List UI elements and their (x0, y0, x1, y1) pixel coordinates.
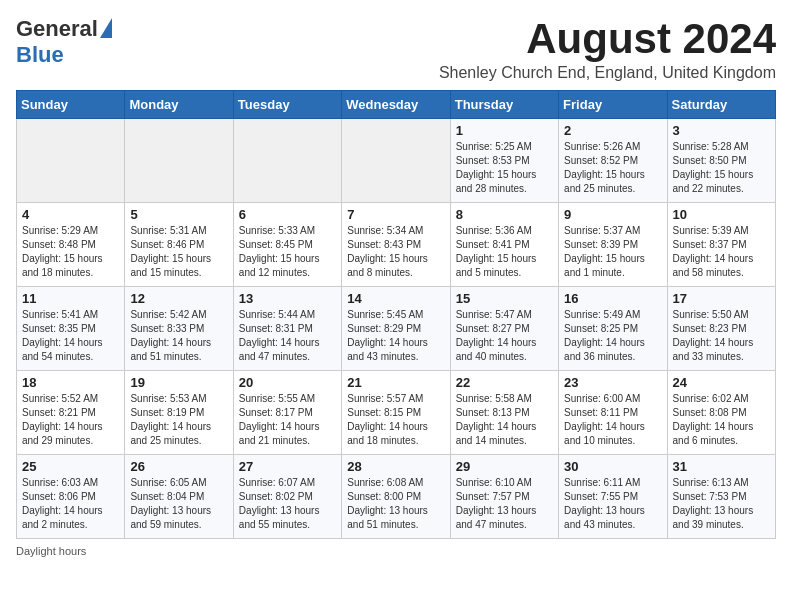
day-number: 17 (673, 291, 770, 306)
calendar-cell: 23Sunrise: 6:00 AM Sunset: 8:11 PM Dayli… (559, 371, 667, 455)
logo-triangle-icon (100, 18, 112, 38)
calendar-cell: 28Sunrise: 6:08 AM Sunset: 8:00 PM Dayli… (342, 455, 450, 539)
day-number: 9 (564, 207, 661, 222)
calendar-cell (233, 119, 341, 203)
calendar-cell: 21Sunrise: 5:57 AM Sunset: 8:15 PM Dayli… (342, 371, 450, 455)
calendar-week-row: 18Sunrise: 5:52 AM Sunset: 8:21 PM Dayli… (17, 371, 776, 455)
day-number: 6 (239, 207, 336, 222)
day-number: 3 (673, 123, 770, 138)
calendar-cell: 11Sunrise: 5:41 AM Sunset: 8:35 PM Dayli… (17, 287, 125, 371)
calendar-cell: 5Sunrise: 5:31 AM Sunset: 8:46 PM Daylig… (125, 203, 233, 287)
day-number: 22 (456, 375, 553, 390)
day-number: 29 (456, 459, 553, 474)
day-number: 7 (347, 207, 444, 222)
calendar-cell: 4Sunrise: 5:29 AM Sunset: 8:48 PM Daylig… (17, 203, 125, 287)
day-info: Sunrise: 6:11 AM Sunset: 7:55 PM Dayligh… (564, 476, 661, 532)
day-info: Sunrise: 6:07 AM Sunset: 8:02 PM Dayligh… (239, 476, 336, 532)
day-number: 28 (347, 459, 444, 474)
logo: General Blue (16, 16, 112, 68)
calendar-table: SundayMondayTuesdayWednesdayThursdayFrid… (16, 90, 776, 539)
calendar-week-row: 11Sunrise: 5:41 AM Sunset: 8:35 PM Dayli… (17, 287, 776, 371)
day-info: Sunrise: 6:03 AM Sunset: 8:06 PM Dayligh… (22, 476, 119, 532)
calendar-cell: 9Sunrise: 5:37 AM Sunset: 8:39 PM Daylig… (559, 203, 667, 287)
header-day: Saturday (667, 91, 775, 119)
calendar-cell: 3Sunrise: 5:28 AM Sunset: 8:50 PM Daylig… (667, 119, 775, 203)
calendar-cell: 30Sunrise: 6:11 AM Sunset: 7:55 PM Dayli… (559, 455, 667, 539)
calendar-cell: 29Sunrise: 6:10 AM Sunset: 7:57 PM Dayli… (450, 455, 558, 539)
title-area: August 2024 Shenley Church End, England,… (439, 16, 776, 82)
day-number: 5 (130, 207, 227, 222)
day-number: 1 (456, 123, 553, 138)
calendar-cell: 6Sunrise: 5:33 AM Sunset: 8:45 PM Daylig… (233, 203, 341, 287)
logo-blue: Blue (16, 42, 64, 68)
day-number: 10 (673, 207, 770, 222)
day-info: Sunrise: 5:26 AM Sunset: 8:52 PM Dayligh… (564, 140, 661, 196)
calendar-cell: 22Sunrise: 5:58 AM Sunset: 8:13 PM Dayli… (450, 371, 558, 455)
day-info: Sunrise: 5:28 AM Sunset: 8:50 PM Dayligh… (673, 140, 770, 196)
calendar-cell: 26Sunrise: 6:05 AM Sunset: 8:04 PM Dayli… (125, 455, 233, 539)
day-info: Sunrise: 5:41 AM Sunset: 8:35 PM Dayligh… (22, 308, 119, 364)
day-info: Sunrise: 5:53 AM Sunset: 8:19 PM Dayligh… (130, 392, 227, 448)
day-info: Sunrise: 6:13 AM Sunset: 7:53 PM Dayligh… (673, 476, 770, 532)
day-info: Sunrise: 5:58 AM Sunset: 8:13 PM Dayligh… (456, 392, 553, 448)
calendar-cell: 15Sunrise: 5:47 AM Sunset: 8:27 PM Dayli… (450, 287, 558, 371)
day-number: 18 (22, 375, 119, 390)
day-info: Sunrise: 5:49 AM Sunset: 8:25 PM Dayligh… (564, 308, 661, 364)
day-number: 4 (22, 207, 119, 222)
day-number: 20 (239, 375, 336, 390)
day-info: Sunrise: 5:31 AM Sunset: 8:46 PM Dayligh… (130, 224, 227, 280)
day-info: Sunrise: 6:10 AM Sunset: 7:57 PM Dayligh… (456, 476, 553, 532)
calendar-week-row: 1Sunrise: 5:25 AM Sunset: 8:53 PM Daylig… (17, 119, 776, 203)
header: General Blue August 2024 Shenley Church … (16, 16, 776, 82)
day-number: 15 (456, 291, 553, 306)
day-info: Sunrise: 5:52 AM Sunset: 8:21 PM Dayligh… (22, 392, 119, 448)
calendar-week-row: 4Sunrise: 5:29 AM Sunset: 8:48 PM Daylig… (17, 203, 776, 287)
day-info: Sunrise: 6:02 AM Sunset: 8:08 PM Dayligh… (673, 392, 770, 448)
calendar-cell: 7Sunrise: 5:34 AM Sunset: 8:43 PM Daylig… (342, 203, 450, 287)
day-number: 21 (347, 375, 444, 390)
day-number: 2 (564, 123, 661, 138)
calendar-cell: 24Sunrise: 6:02 AM Sunset: 8:08 PM Dayli… (667, 371, 775, 455)
calendar-cell: 27Sunrise: 6:07 AM Sunset: 8:02 PM Dayli… (233, 455, 341, 539)
day-info: Sunrise: 5:34 AM Sunset: 8:43 PM Dayligh… (347, 224, 444, 280)
calendar-cell: 1Sunrise: 5:25 AM Sunset: 8:53 PM Daylig… (450, 119, 558, 203)
day-info: Sunrise: 5:44 AM Sunset: 8:31 PM Dayligh… (239, 308, 336, 364)
calendar-cell: 17Sunrise: 5:50 AM Sunset: 8:23 PM Dayli… (667, 287, 775, 371)
calendar-cell: 14Sunrise: 5:45 AM Sunset: 8:29 PM Dayli… (342, 287, 450, 371)
day-info: Sunrise: 5:33 AM Sunset: 8:45 PM Dayligh… (239, 224, 336, 280)
day-info: Sunrise: 5:45 AM Sunset: 8:29 PM Dayligh… (347, 308, 444, 364)
day-number: 13 (239, 291, 336, 306)
day-info: Sunrise: 5:50 AM Sunset: 8:23 PM Dayligh… (673, 308, 770, 364)
calendar-cell: 19Sunrise: 5:53 AM Sunset: 8:19 PM Dayli… (125, 371, 233, 455)
calendar-cell: 10Sunrise: 5:39 AM Sunset: 8:37 PM Dayli… (667, 203, 775, 287)
day-number: 19 (130, 375, 227, 390)
calendar-cell: 2Sunrise: 5:26 AM Sunset: 8:52 PM Daylig… (559, 119, 667, 203)
calendar-cell (17, 119, 125, 203)
calendar-cell (125, 119, 233, 203)
calendar-cell (342, 119, 450, 203)
calendar-cell: 25Sunrise: 6:03 AM Sunset: 8:06 PM Dayli… (17, 455, 125, 539)
day-info: Sunrise: 5:57 AM Sunset: 8:15 PM Dayligh… (347, 392, 444, 448)
day-number: 12 (130, 291, 227, 306)
month-title: August 2024 (439, 16, 776, 62)
header-day: Tuesday (233, 91, 341, 119)
day-info: Sunrise: 6:05 AM Sunset: 8:04 PM Dayligh… (130, 476, 227, 532)
calendar-week-row: 25Sunrise: 6:03 AM Sunset: 8:06 PM Dayli… (17, 455, 776, 539)
header-day: Wednesday (342, 91, 450, 119)
location-subtitle: Shenley Church End, England, United King… (439, 64, 776, 82)
day-number: 25 (22, 459, 119, 474)
day-number: 26 (130, 459, 227, 474)
day-number: 31 (673, 459, 770, 474)
calendar-cell: 18Sunrise: 5:52 AM Sunset: 8:21 PM Dayli… (17, 371, 125, 455)
day-info: Sunrise: 6:00 AM Sunset: 8:11 PM Dayligh… (564, 392, 661, 448)
calendar-cell: 8Sunrise: 5:36 AM Sunset: 8:41 PM Daylig… (450, 203, 558, 287)
day-info: Sunrise: 5:25 AM Sunset: 8:53 PM Dayligh… (456, 140, 553, 196)
header-day: Thursday (450, 91, 558, 119)
day-info: Sunrise: 5:39 AM Sunset: 8:37 PM Dayligh… (673, 224, 770, 280)
calendar-cell: 13Sunrise: 5:44 AM Sunset: 8:31 PM Dayli… (233, 287, 341, 371)
logo-general: General (16, 16, 98, 42)
day-number: 23 (564, 375, 661, 390)
header-row: SundayMondayTuesdayWednesdayThursdayFrid… (17, 91, 776, 119)
calendar-cell: 16Sunrise: 5:49 AM Sunset: 8:25 PM Dayli… (559, 287, 667, 371)
day-number: 11 (22, 291, 119, 306)
